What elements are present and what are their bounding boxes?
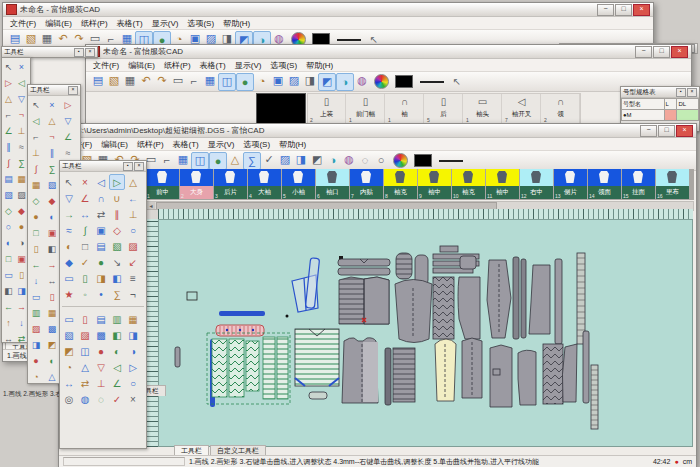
tool-icon[interactable]: ∥ bbox=[44, 145, 60, 161]
menu-item[interactable]: 纸样(P) bbox=[137, 139, 164, 150]
tool-icon[interactable]: ← bbox=[2, 299, 15, 315]
tool-icon[interactable]: ≈ bbox=[60, 145, 76, 161]
menu-item[interactable]: 编辑(E) bbox=[128, 60, 155, 71]
tool-icon[interactable]: ★ bbox=[61, 286, 77, 302]
menu-item[interactable]: 显示(V) bbox=[152, 18, 179, 29]
tool-icon[interactable]: ∠ bbox=[60, 129, 76, 145]
tool-icon[interactable]: ▷ bbox=[125, 359, 141, 375]
menu-item[interactable]: 纸样(P) bbox=[164, 60, 191, 71]
tool-icon[interactable]: ↖ bbox=[2, 59, 15, 75]
pattern-tile[interactable]: 袖口6 bbox=[316, 169, 349, 200]
menu-item[interactable]: 选项(S) bbox=[243, 139, 270, 150]
line-style-icon[interactable] bbox=[420, 81, 444, 83]
tool-icon[interactable]: ↓ bbox=[28, 273, 44, 289]
tool-icon[interactable]: × bbox=[44, 97, 60, 113]
tool-icon[interactable]: ◐ bbox=[61, 238, 77, 254]
tool-icon[interactable]: ▤ bbox=[7, 31, 23, 47]
pin-icon[interactable]: ▪ bbox=[676, 88, 686, 97]
tool-icon[interactable]: ○ bbox=[125, 375, 141, 391]
maximize-button[interactable]: □ bbox=[653, 46, 670, 58]
tool-icon[interactable]: ▨ bbox=[286, 73, 302, 89]
tool-icon[interactable]: ◧ bbox=[109, 270, 125, 286]
pattern-tile[interactable]: 前中1 bbox=[146, 169, 179, 200]
tool-icon[interactable]: ⌐ bbox=[186, 73, 202, 89]
tool-icon[interactable]: ● bbox=[93, 254, 109, 270]
tool-icon[interactable]: ◨ bbox=[93, 270, 109, 286]
tool-icon[interactable]: ▧ bbox=[61, 327, 77, 343]
pointer-icon[interactable]: ↖ bbox=[449, 74, 465, 90]
pattern-tile[interactable]: 袖克8 bbox=[384, 169, 417, 200]
tool-icon[interactable]: ◌ bbox=[357, 152, 373, 168]
tool-icon[interactable]: ⇄ bbox=[93, 206, 109, 222]
tool-icon[interactable]: ✓ bbox=[109, 391, 125, 407]
pin-icon[interactable]: ▪ bbox=[123, 162, 133, 171]
tool-icon[interactable]: ◩ bbox=[318, 73, 336, 91]
pattern-tile[interactable]: 后片3 bbox=[214, 169, 247, 200]
close-icon[interactable]: × bbox=[68, 86, 78, 95]
pattern-piece-bottom-row[interactable] bbox=[435, 331, 598, 429]
pin-icon[interactable]: ▪ bbox=[74, 48, 84, 57]
menu-item[interactable]: 选项(S) bbox=[270, 60, 297, 71]
tool-icon[interactable]: ◌ bbox=[93, 391, 109, 407]
tool-icon[interactable]: ◐ bbox=[44, 209, 60, 225]
tool-icon[interactable]: ▩ bbox=[44, 321, 60, 337]
tool-icon[interactable]: ▦ bbox=[175, 152, 191, 168]
tool-icon[interactable]: ↔ bbox=[2, 331, 15, 347]
tool-icon[interactable]: ∩ bbox=[93, 190, 109, 206]
pattern-tile[interactable]: 挂面15 bbox=[622, 169, 655, 200]
tool-icon[interactable]: ◆ bbox=[44, 193, 60, 209]
pattern-piece[interactable] bbox=[385, 348, 391, 405]
tool-icon[interactable]: ↖ bbox=[28, 97, 44, 113]
tool-icon[interactable]: ◔ bbox=[28, 369, 44, 385]
tool-icon[interactable]: ◫ bbox=[77, 343, 93, 359]
tool-icon[interactable]: ∑ bbox=[44, 161, 60, 177]
tool-icon[interactable]: × bbox=[77, 174, 93, 190]
tool-icon[interactable]: ▤ bbox=[2, 171, 15, 187]
tool-icon[interactable]: ◁ bbox=[109, 359, 125, 375]
tool-icon[interactable]: ∠ bbox=[2, 123, 15, 139]
tool-icon[interactable]: × bbox=[125, 391, 141, 407]
piece-category-tab[interactable]: ∩袖1 bbox=[386, 94, 424, 124]
tool-icon[interactable]: ⌐ bbox=[159, 152, 175, 168]
tool-icon[interactable]: ∠ bbox=[77, 190, 93, 206]
close-button[interactable]: × bbox=[676, 125, 693, 137]
tool-icon[interactable]: ▧ bbox=[44, 177, 60, 193]
pattern-piece-striped-jacket[interactable] bbox=[295, 329, 339, 399]
tool-icon[interactable]: ∑ bbox=[109, 286, 125, 302]
tool-icon[interactable]: □ bbox=[28, 225, 44, 241]
tool-icon[interactable]: ● bbox=[209, 152, 227, 170]
tool-icon[interactable]: ◑ bbox=[336, 73, 354, 91]
tool-icon[interactable]: ◐ bbox=[44, 353, 60, 369]
tool-icon[interactable]: → bbox=[61, 206, 77, 222]
tool-icon[interactable]: ▨ bbox=[125, 238, 141, 254]
tool-icon[interactable]: ¬ bbox=[125, 286, 141, 302]
menu-item[interactable]: 显示(V) bbox=[235, 60, 262, 71]
titlebar[interactable]: 未命名 - 富怡服装CAD − □ × bbox=[3, 3, 653, 17]
tool-icon[interactable]: ▧ bbox=[109, 238, 125, 254]
tool-icon[interactable]: ● bbox=[93, 343, 109, 359]
tool-icon[interactable]: ▯ bbox=[28, 241, 44, 257]
pattern-piece-cluster-mid[interactable] bbox=[433, 246, 585, 344]
pattern-piece-green-pleats[interactable] bbox=[212, 337, 288, 399]
size-row-name[interactable]: ●M bbox=[622, 110, 665, 121]
tool-icon[interactable]: ◍ bbox=[341, 152, 357, 168]
tool-icon[interactable]: ▭ bbox=[2, 267, 15, 283]
tool-icon[interactable]: ▷ bbox=[109, 174, 125, 190]
menu-item[interactable]: 帮助(H) bbox=[306, 60, 333, 71]
color-swatch-black[interactable] bbox=[395, 75, 413, 88]
tool-icon[interactable]: ◧ bbox=[109, 327, 125, 343]
pattern-piece-blue-outline[interactable] bbox=[292, 258, 320, 312]
minimize-button[interactable]: − bbox=[597, 4, 614, 16]
color-wheel-icon[interactable] bbox=[393, 153, 408, 168]
tool-icon[interactable]: ◩ bbox=[44, 337, 60, 353]
tool-icon[interactable]: ↖ bbox=[61, 174, 77, 190]
tool-icon[interactable]: ↔ bbox=[77, 206, 93, 222]
close-button[interactable]: × bbox=[633, 4, 650, 16]
tool-icon[interactable]: ◇ bbox=[2, 203, 15, 219]
tool-icon[interactable]: ◎ bbox=[61, 391, 77, 407]
pattern-tile[interactable]: 侧片13 bbox=[554, 169, 587, 200]
tool-icon[interactable]: ● bbox=[236, 73, 254, 91]
tool-icon[interactable]: ▷ bbox=[60, 97, 76, 113]
tool-icon[interactable]: ▽ bbox=[61, 190, 77, 206]
tool-icon[interactable]: • bbox=[93, 286, 109, 302]
